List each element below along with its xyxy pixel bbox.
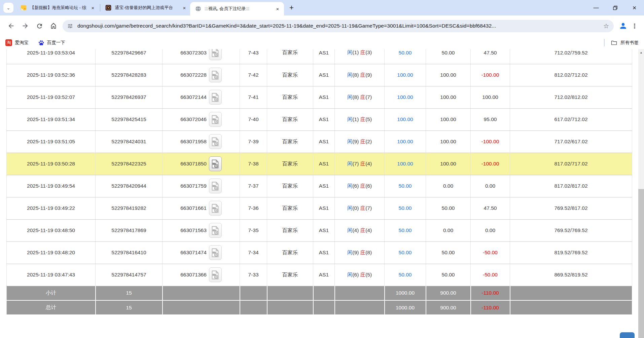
browser-menu-button[interactable]: ⋮ [629, 22, 640, 30]
video-replay-button[interactable] [209, 245, 222, 260]
all-bookmarks-button[interactable]: 所有书签 [611, 39, 639, 46]
round-id: 663072046 [180, 116, 207, 122]
banker-label: 庄 [360, 116, 366, 122]
valid-amount-cell: 100.00 [426, 86, 471, 108]
round-no-cell: 7-39 [240, 130, 267, 153]
site-settings-icon[interactable] [67, 23, 73, 29]
window-restore-button[interactable] [606, 0, 625, 15]
round-id: 663071958 [180, 139, 207, 144]
valid-amount-cell: 50.00 [426, 197, 471, 219]
home-button[interactable] [46, 19, 61, 33]
all-bookmarks-label: 所有书签 [620, 40, 639, 46]
bet-amount-link[interactable]: 50.00 [399, 50, 412, 55]
round-id: 663072303 [180, 50, 207, 55]
game-table-cell: AS1 [313, 241, 335, 264]
film-replay-icon [211, 181, 219, 191]
video-replay-button[interactable] [209, 134, 222, 149]
scrollbar[interactable]: ▲ [638, 49, 644, 338]
round-no-cell: 7-36 [240, 197, 267, 219]
window-minimize-button[interactable]: — [586, 0, 606, 15]
bookmark-label: 百度一下 [47, 40, 65, 46]
bet-amount-link[interactable]: 50.00 [399, 272, 412, 277]
video-replay-button[interactable] [209, 201, 222, 216]
scroll-to-top-button[interactable] [620, 332, 635, 338]
balance-cell: 712.02/812.02 [510, 86, 632, 108]
bookmark-baidu[interactable]: 百度一下 [38, 40, 65, 46]
bet-amount-link[interactable]: 100.00 [397, 94, 413, 100]
video-replay-button[interactable] [209, 49, 222, 60]
player-score: (9) [352, 250, 359, 255]
person-icon [619, 22, 628, 30]
forward-button[interactable] [18, 19, 32, 33]
game-type-cell: 百家乐 [267, 108, 313, 130]
result-cell: 闲(6) 庄(6) [335, 175, 385, 197]
video-replay-button[interactable] [209, 68, 222, 82]
reload-button[interactable] [32, 19, 46, 33]
empty-cell [240, 300, 267, 315]
round-no-cell: 7-34 [240, 241, 267, 264]
bet-amount-cell: 50.00 [385, 49, 426, 64]
round-no-cell: 7-33 [240, 264, 267, 286]
game-type-cell: 百家乐 [267, 197, 313, 219]
scrollbar-up-icon[interactable]: ▲ [638, 49, 644, 55]
game-type-cell: 百家乐 [267, 130, 313, 153]
window-close-button[interactable]: × [625, 0, 644, 15]
address-bar[interactable]: dongshouji.com/game/betrecord_search/kin… [63, 20, 614, 32]
video-replay-button[interactable] [209, 90, 222, 105]
banker-label: 庄 [360, 250, 366, 255]
table-row: 2025-11-19 03:50:28522978422325663071850… [7, 153, 632, 175]
empty-cell [267, 300, 313, 315]
result-cell: 闲(4) 庄(4) [335, 219, 385, 241]
video-replay-button[interactable] [209, 156, 222, 171]
tab-close-icon[interactable]: × [181, 5, 187, 11]
bet-amount-link[interactable]: 100.00 [397, 116, 413, 122]
bet-amount-link[interactable]: 50.00 [399, 250, 412, 255]
winloss-cell: 0.00 [471, 175, 510, 197]
film-replay-icon [211, 137, 219, 147]
bet-id-cell: 522978428283 [96, 64, 163, 86]
tab-casino[interactable]: 通宝-信誉最好的网上游戏平台 × [102, 0, 190, 15]
table-row: 2025-11-19 03:49:22522978419282663071661… [7, 197, 632, 219]
tab-forum[interactable]: 【新提醒】海燕策略论坛 - 综合 × [17, 0, 99, 15]
bet-amount-link[interactable]: 50.00 [399, 183, 412, 189]
empty-cell [313, 286, 335, 300]
time-cell: 2025-11-19 03:48:20 [7, 241, 96, 264]
url-text[interactable]: dongshouji.com/game/betrecord_search/kin… [77, 23, 600, 29]
bet-id-cell: 522978426937 [96, 86, 163, 108]
video-replay-button[interactable] [209, 112, 222, 127]
tab-search-button[interactable]: ⌄ [3, 3, 13, 13]
round-id-cell: 663071661 [163, 197, 240, 219]
video-replay-button[interactable] [209, 223, 222, 238]
tab-bet-record[interactable]: :::视讯, 会员下注纪录::: × [190, 2, 284, 15]
empty-cell [163, 286, 240, 300]
player-score: (9) [352, 139, 359, 144]
tab-close-icon[interactable]: × [90, 5, 96, 11]
window-controls: — × [586, 0, 644, 15]
new-tab-button[interactable]: + [289, 4, 294, 11]
tab-close-icon[interactable]: × [275, 6, 281, 12]
back-arrow-icon [7, 22, 15, 30]
video-replay-button[interactable] [209, 179, 222, 193]
bookmark-star-icon[interactable]: ☆ [603, 23, 609, 29]
bet-amount-link[interactable]: 50.00 [399, 205, 412, 211]
bet-amount-link[interactable]: 100.00 [397, 161, 413, 166]
video-replay-button[interactable] [209, 267, 222, 282]
bookmark-taobao[interactable]: 淘 爱淘宝 [5, 39, 29, 46]
game-type-cell: 百家乐 [267, 175, 313, 197]
profile-avatar[interactable] [617, 20, 629, 32]
game-table-cell: AS1 [313, 264, 335, 286]
banker-label: 庄 [360, 205, 366, 211]
player-score: (0) [352, 205, 359, 211]
bet-amount-link[interactable]: 50.00 [399, 227, 412, 233]
tab-title: :::视讯, 会员下注纪录::: [205, 6, 271, 12]
bet-amount-link[interactable]: 100.00 [397, 72, 413, 78]
time-cell: 2025-11-19 03:51:34 [7, 108, 96, 130]
bet-amount-link[interactable]: 100.00 [397, 139, 413, 144]
scrollbar-thumb[interactable] [638, 189, 644, 338]
back-button[interactable] [4, 19, 18, 33]
bet-id-cell: 522978417869 [96, 219, 163, 241]
table-row: 2025-11-19 03:51:34522978425415663072046… [7, 108, 632, 130]
banker-score: (5) [365, 116, 372, 122]
round-id: 663071759 [180, 183, 207, 189]
table-row: 2025-11-19 03:51:05522978424031663071958… [7, 130, 632, 153]
